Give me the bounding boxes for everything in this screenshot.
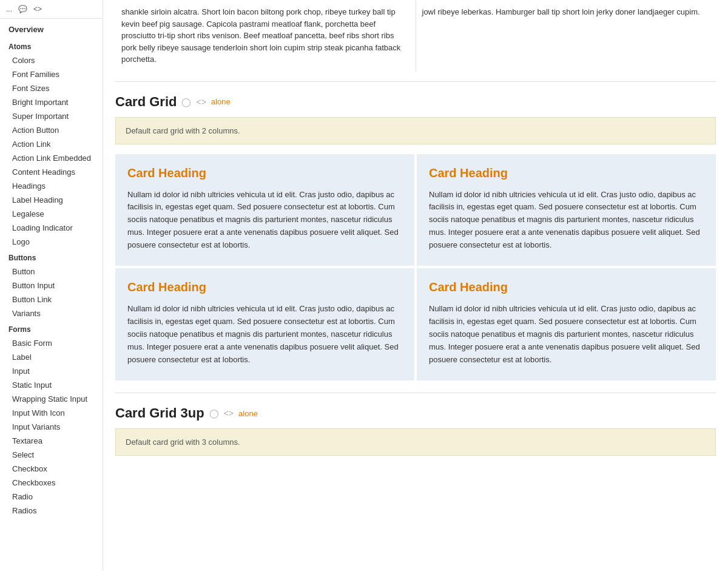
top-text-left: shankle sirloin alcatra. Short loin baco… [115, 0, 416, 72]
card-2-text: Nullam id dolor id nibh ultricies vehicu… [429, 189, 704, 252]
sidebar-item-font-families[interactable]: Font Families [0, 67, 103, 81]
sidebar-item-colors[interactable]: Colors [0, 53, 103, 67]
card-grid-3up-info-box: Default card grid with 3 columns. [115, 428, 716, 456]
card-4-heading: Card Heading [429, 280, 704, 294]
sidebar-item-action-button[interactable]: Action Button [0, 123, 103, 137]
sidebar-overview-label[interactable]: Overview [0, 19, 103, 38]
sidebar-item-radio[interactable]: Radio [0, 490, 103, 504]
card-grid-3up-title: Card Grid 3up [115, 405, 204, 421]
sidebar-item-button-input[interactable]: Button Input [0, 279, 103, 292]
card-grid-3up-alone-link[interactable]: alone [238, 409, 258, 418]
card-grid-2col: Card Heading Nullam id dolor id nibh ult… [115, 154, 716, 381]
dots-menu[interactable]: ... [6, 5, 12, 13]
sidebar-item-label[interactable]: Label [0, 350, 103, 364]
sidebar-item-radios[interactable]: Radios [0, 504, 103, 518]
card-4-text: Nullam id dolor id nibh ultricies vehicu… [429, 303, 704, 366]
link-icon[interactable]: <> [196, 97, 206, 107]
top-text-right: jowl ribeye leberkas. Hamburger ball tip… [416, 0, 716, 72]
sidebar-item-button[interactable]: Button [0, 265, 103, 279]
card-grid-title: Card Grid [115, 94, 177, 110]
comment-icon-3up[interactable]: ◯ [209, 408, 219, 418]
sidebar-item-legalese[interactable]: Legalese [0, 207, 103, 221]
sidebar-item-input-variants[interactable]: Input Variants [0, 420, 103, 434]
card-grid-info-box: Default card grid with 2 columns. [115, 117, 716, 144]
card-2: Card Heading Nullam id dolor id nibh ult… [417, 154, 716, 266]
sidebar-item-input[interactable]: Input [0, 364, 103, 378]
card-4: Card Heading Nullam id dolor id nibh ult… [417, 268, 716, 380]
link-icon-3up[interactable]: <> [224, 408, 234, 418]
card-3-heading: Card Heading [127, 280, 402, 294]
sidebar-item-logo[interactable]: Logo [0, 235, 103, 249]
card-1: Card Heading Nullam id dolor id nibh ult… [115, 154, 414, 266]
sidebar-item-font-sizes[interactable]: Font Sizes [0, 81, 103, 95]
card-grid-alone-link[interactable]: alone [211, 97, 231, 106]
card-1-text: Nullam id dolor id nibh ultricies vehicu… [127, 189, 402, 252]
card-grid-section-header: Card Grid ◯ <> alone [115, 82, 716, 117]
sidebar-section-buttons: Buttons [0, 249, 103, 265]
code-icon[interactable]: <> [33, 5, 42, 13]
sidebar-item-checkboxes[interactable]: Checkboxes [0, 476, 103, 490]
sidebar-item-input-with-icon[interactable]: Input With Icon [0, 406, 103, 420]
card-3: Card Heading Nullam id dolor id nibh ult… [115, 268, 414, 380]
main-content: shankle sirloin alcatra. Short loin baco… [103, 0, 728, 571]
comment-icon[interactable]: ◯ [181, 97, 191, 107]
sidebar-item-headings[interactable]: Headings [0, 179, 103, 193]
sidebar-top-bar: ... 💬 <> [0, 0, 103, 19]
comment-icon[interactable]: 💬 [18, 5, 27, 13]
sidebar-item-textarea[interactable]: Textarea [0, 434, 103, 448]
sidebar-item-content-headings[interactable]: Content Headings [0, 165, 103, 179]
sidebar-item-action-link[interactable]: Action Link [0, 137, 103, 151]
top-text-block: shankle sirloin alcatra. Short loin baco… [115, 0, 716, 82]
card-1-heading: Card Heading [127, 166, 402, 180]
sidebar-item-action-link-embedded[interactable]: Action Link Embedded [0, 151, 103, 165]
sidebar-item-select[interactable]: Select [0, 448, 103, 462]
sidebar-item-static-input[interactable]: Static Input [0, 378, 103, 392]
sidebar-item-super-important[interactable]: Super Important [0, 109, 103, 123]
card-3-text: Nullam id dolor id nibh ultricies vehicu… [127, 303, 402, 366]
sidebar-item-loading-indicator[interactable]: Loading Indicator [0, 221, 103, 235]
sidebar-section-atoms: Atoms [0, 38, 103, 53]
sidebar-item-checkbox[interactable]: Checkbox [0, 462, 103, 476]
sidebar-section-forms: Forms [0, 320, 103, 336]
sidebar-item-button-link[interactable]: Button Link [0, 292, 103, 306]
sidebar: ... 💬 <> Overview Atoms Colors Font Fami… [0, 0, 103, 571]
card-2-heading: Card Heading [429, 166, 704, 180]
sidebar-item-wrapping-static-input[interactable]: Wrapping Static Input [0, 392, 103, 406]
sidebar-item-variants[interactable]: Variants [0, 306, 103, 320]
sidebar-item-label-heading[interactable]: Label Heading [0, 193, 103, 207]
card-grid-3up-section-header: Card Grid 3up ◯ <> alone [115, 393, 716, 428]
sidebar-item-basic-form[interactable]: Basic Form [0, 336, 103, 350]
sidebar-item-bright-important[interactable]: Bright Important [0, 95, 103, 109]
